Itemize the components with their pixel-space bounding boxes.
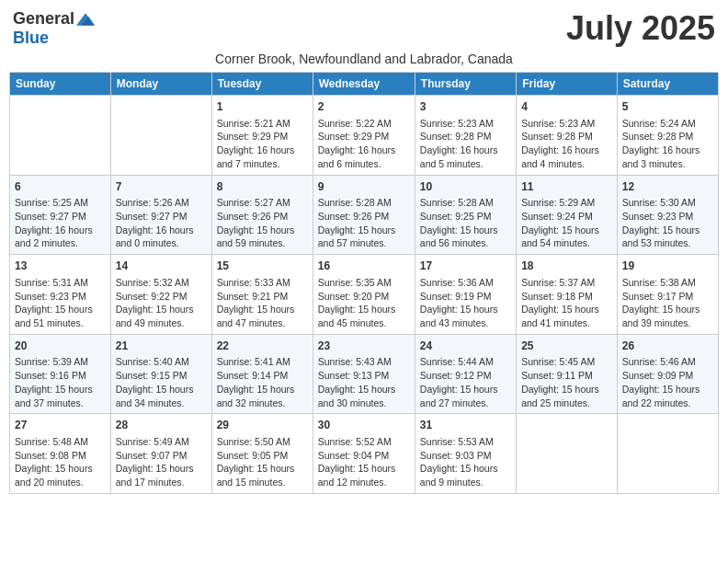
day-info: Sunrise: 5:33 AMSunset: 9:21 PMDaylight:…	[217, 276, 308, 330]
calendar-cell: 9Sunrise: 5:28 AMSunset: 9:26 PMDaylight…	[313, 175, 415, 255]
calendar-cell: 27Sunrise: 5:48 AMSunset: 9:08 PMDayligh…	[10, 414, 111, 494]
calendar-week-4: 20Sunrise: 5:39 AMSunset: 9:16 PMDayligh…	[10, 334, 719, 414]
header-cell-thursday: Thursday	[415, 73, 516, 96]
day-number: 8	[217, 179, 308, 195]
day-info: Sunrise: 5:41 AMSunset: 9:14 PMDaylight:…	[217, 355, 308, 409]
calendar-cell: 4Sunrise: 5:23 AMSunset: 9:28 PMDaylight…	[517, 96, 618, 176]
day-number: 1	[217, 99, 308, 115]
day-info: Sunrise: 5:45 AMSunset: 9:11 PMDaylight:…	[521, 355, 612, 409]
day-number: 2	[318, 99, 410, 115]
day-number: 20	[15, 339, 106, 354]
day-number: 30	[318, 418, 410, 433]
day-info: Sunrise: 5:21 AMSunset: 9:29 PMDaylight:…	[217, 117, 308, 171]
day-number: 26	[622, 339, 713, 354]
day-info: Sunrise: 5:28 AMSunset: 9:25 PMDaylight:…	[420, 196, 511, 250]
day-info: Sunrise: 5:31 AMSunset: 9:23 PMDaylight:…	[15, 276, 106, 330]
day-info: Sunrise: 5:44 AMSunset: 9:12 PMDaylight:…	[420, 355, 511, 409]
calendar-cell	[110, 96, 211, 176]
calendar-cell: 23Sunrise: 5:43 AMSunset: 9:13 PMDayligh…	[313, 334, 415, 414]
day-info: Sunrise: 5:39 AMSunset: 9:16 PMDaylight:…	[15, 355, 106, 409]
calendar-week-3: 13Sunrise: 5:31 AMSunset: 9:23 PMDayligh…	[10, 255, 719, 335]
day-info: Sunrise: 5:36 AMSunset: 9:19 PMDaylight:…	[420, 276, 511, 330]
day-number: 13	[15, 259, 106, 274]
day-info: Sunrise: 5:23 AMSunset: 9:28 PMDaylight:…	[420, 117, 511, 171]
header-cell-monday: Monday	[110, 73, 211, 96]
day-info: Sunrise: 5:26 AMSunset: 9:27 PMDaylight:…	[116, 196, 207, 250]
day-info: Sunrise: 5:27 AMSunset: 9:26 PMDaylight:…	[217, 196, 308, 250]
calendar-cell: 28Sunrise: 5:49 AMSunset: 9:07 PMDayligh…	[110, 414, 211, 494]
month-title: July 2025	[566, 9, 715, 48]
calendar-week-1: 1Sunrise: 5:21 AMSunset: 9:29 PMDaylight…	[10, 96, 719, 176]
day-number: 19	[622, 259, 713, 274]
day-info: Sunrise: 5:40 AMSunset: 9:15 PMDaylight:…	[116, 355, 207, 409]
day-info: Sunrise: 5:37 AMSunset: 9:18 PMDaylight:…	[521, 276, 612, 330]
day-number: 15	[217, 259, 308, 274]
calendar-cell: 7Sunrise: 5:26 AMSunset: 9:27 PMDaylight…	[110, 175, 211, 255]
calendar-cell: 31Sunrise: 5:53 AMSunset: 9:03 PMDayligh…	[415, 414, 516, 494]
calendar-cell: 30Sunrise: 5:52 AMSunset: 9:04 PMDayligh…	[313, 414, 415, 494]
day-number: 25	[521, 339, 612, 354]
calendar-cell: 5Sunrise: 5:24 AMSunset: 9:28 PMDaylight…	[617, 96, 718, 176]
day-number: 4	[521, 99, 612, 115]
calendar-cell: 16Sunrise: 5:35 AMSunset: 9:20 PMDayligh…	[313, 255, 415, 335]
calendar-cell: 21Sunrise: 5:40 AMSunset: 9:15 PMDayligh…	[110, 334, 211, 414]
day-info: Sunrise: 5:29 AMSunset: 9:24 PMDaylight:…	[521, 196, 612, 250]
calendar-cell: 25Sunrise: 5:45 AMSunset: 9:11 PMDayligh…	[517, 334, 618, 414]
header-cell-sunday: Sunday	[10, 73, 111, 96]
day-number: 14	[116, 259, 207, 274]
day-info: Sunrise: 5:53 AMSunset: 9:03 PMDaylight:…	[420, 435, 511, 489]
day-number: 12	[622, 179, 713, 195]
day-info: Sunrise: 5:25 AMSunset: 9:27 PMDaylight:…	[15, 196, 106, 250]
calendar-cell: 14Sunrise: 5:32 AMSunset: 9:22 PMDayligh…	[110, 255, 211, 335]
calendar-week-5: 27Sunrise: 5:48 AMSunset: 9:08 PMDayligh…	[10, 414, 719, 494]
calendar-cell: 6Sunrise: 5:25 AMSunset: 9:27 PMDaylight…	[10, 175, 111, 255]
calendar-header-row: SundayMondayTuesdayWednesdayThursdayFrid…	[10, 73, 719, 96]
header-cell-tuesday: Tuesday	[211, 73, 313, 96]
header-cell-saturday: Saturday	[617, 73, 718, 96]
day-number: 3	[420, 99, 511, 115]
calendar-cell: 3Sunrise: 5:23 AMSunset: 9:28 PMDaylight…	[415, 96, 516, 176]
day-info: Sunrise: 5:49 AMSunset: 9:07 PMDaylight:…	[116, 435, 207, 489]
calendar-cell: 19Sunrise: 5:38 AMSunset: 9:17 PMDayligh…	[617, 255, 718, 335]
day-info: Sunrise: 5:46 AMSunset: 9:09 PMDaylight:…	[622, 355, 713, 409]
day-number: 5	[622, 99, 713, 115]
calendar-subtitle: Corner Brook, Newfoundland and Labrador,…	[9, 52, 719, 66]
day-number: 27	[15, 418, 106, 433]
calendar-cell	[10, 96, 111, 176]
calendar-cell	[617, 414, 718, 494]
calendar-cell: 24Sunrise: 5:44 AMSunset: 9:12 PMDayligh…	[415, 334, 516, 414]
day-number: 24	[420, 339, 511, 354]
day-number: 10	[420, 179, 511, 195]
day-info: Sunrise: 5:48 AMSunset: 9:08 PMDaylight:…	[15, 435, 106, 489]
day-info: Sunrise: 5:24 AMSunset: 9:28 PMDaylight:…	[622, 117, 713, 171]
calendar-cell: 12Sunrise: 5:30 AMSunset: 9:23 PMDayligh…	[617, 175, 718, 255]
day-info: Sunrise: 5:30 AMSunset: 9:23 PMDaylight:…	[622, 196, 713, 250]
calendar-cell: 26Sunrise: 5:46 AMSunset: 9:09 PMDayligh…	[617, 334, 718, 414]
day-number: 17	[420, 259, 511, 274]
calendar-cell: 15Sunrise: 5:33 AMSunset: 9:21 PMDayligh…	[211, 255, 313, 335]
day-info: Sunrise: 5:23 AMSunset: 9:28 PMDaylight:…	[521, 117, 612, 171]
calendar-week-2: 6Sunrise: 5:25 AMSunset: 9:27 PMDaylight…	[10, 175, 719, 255]
calendar-cell	[517, 414, 618, 494]
calendar-cell: 2Sunrise: 5:22 AMSunset: 9:29 PMDaylight…	[313, 96, 415, 176]
calendar-cell: 13Sunrise: 5:31 AMSunset: 9:23 PMDayligh…	[10, 255, 111, 335]
calendar-cell: 18Sunrise: 5:37 AMSunset: 9:18 PMDayligh…	[517, 255, 618, 335]
header-cell-friday: Friday	[517, 73, 618, 96]
day-number: 23	[318, 339, 410, 354]
calendar-cell: 8Sunrise: 5:27 AMSunset: 9:26 PMDaylight…	[211, 175, 313, 255]
day-number: 28	[116, 418, 207, 433]
day-number: 6	[15, 179, 106, 195]
logo-icon	[76, 10, 95, 29]
day-number: 7	[116, 179, 207, 195]
calendar-table: SundayMondayTuesdayWednesdayThursdayFrid…	[9, 72, 719, 494]
logo: General Blue	[13, 9, 95, 48]
day-number: 29	[217, 418, 308, 433]
day-info: Sunrise: 5:38 AMSunset: 9:17 PMDaylight:…	[622, 276, 713, 330]
calendar-cell: 29Sunrise: 5:50 AMSunset: 9:05 PMDayligh…	[211, 414, 313, 494]
calendar-cell: 10Sunrise: 5:28 AMSunset: 9:25 PMDayligh…	[415, 175, 516, 255]
day-number: 22	[217, 339, 308, 354]
day-info: Sunrise: 5:28 AMSunset: 9:26 PMDaylight:…	[318, 196, 410, 250]
day-number: 18	[521, 259, 612, 274]
day-number: 16	[318, 259, 410, 274]
calendar-cell: 17Sunrise: 5:36 AMSunset: 9:19 PMDayligh…	[415, 255, 516, 335]
